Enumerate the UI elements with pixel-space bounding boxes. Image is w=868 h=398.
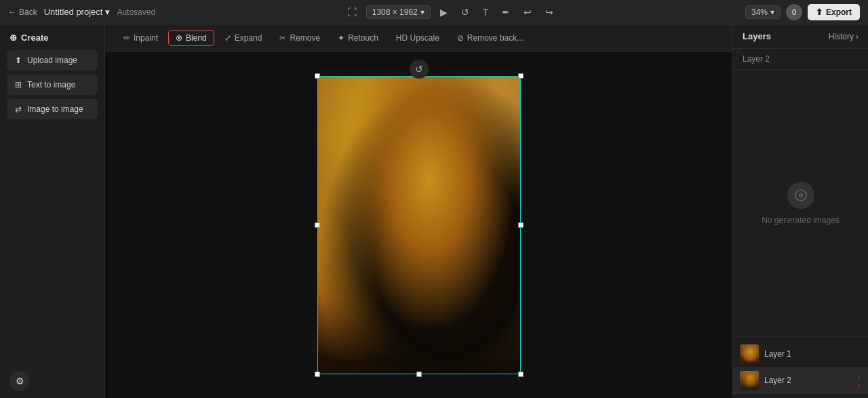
upload-image-button[interactable]: ⬆ Upload image bbox=[7, 50, 98, 71]
expand-button[interactable]: ⤢ Expand bbox=[217, 30, 270, 46]
refresh-icon: ↺ bbox=[415, 64, 423, 75]
back-label: Back bbox=[19, 7, 37, 17]
layer-item-2[interactable]: Layer 2 ↓ ↑ bbox=[733, 367, 868, 394]
image-to-image-label: Image to image bbox=[27, 104, 83, 114]
settings-area: ⚙ bbox=[0, 364, 104, 398]
layers-list: Layer 1 Layer 2 ↓ ↑ bbox=[733, 336, 868, 398]
handle-bottom-middle[interactable] bbox=[416, 372, 422, 377]
zoom-badge[interactable]: 34% ▾ bbox=[745, 5, 781, 19]
handle-middle-left[interactable] bbox=[315, 222, 320, 228]
user-count-badge: 0 bbox=[786, 4, 802, 20]
svg-point-0 bbox=[795, 190, 806, 201]
topbar: ← Back Untitled project ▾ Autosaved ⛶ 13… bbox=[0, 0, 868, 24]
text-to-image-button[interactable]: ⊞ Text to image bbox=[7, 75, 98, 95]
user-count: 0 bbox=[792, 8, 796, 16]
remove-button[interactable]: ✂ Remove bbox=[272, 30, 328, 46]
no-images-text: No generated images bbox=[762, 216, 840, 225]
back-button[interactable]: ← Back bbox=[8, 7, 37, 17]
export-icon: ⬆ bbox=[816, 7, 823, 17]
layer2-thumbnail bbox=[740, 371, 759, 390]
layer1-thumbnail bbox=[740, 344, 759, 363]
chevron-down-icon: ▾ bbox=[105, 7, 110, 17]
expand-label: Expand bbox=[235, 33, 262, 43]
no-images-area: No generated images bbox=[733, 70, 868, 336]
history-link[interactable]: History › bbox=[829, 32, 859, 41]
chevron-down-icon: ▾ bbox=[420, 7, 425, 17]
hd-upscale-label: HD Upscale bbox=[396, 33, 439, 43]
layer2-header-text: Layer 2 bbox=[743, 54, 770, 64]
move-up-icon[interactable]: ↑ bbox=[856, 381, 861, 391]
inpaint-button[interactable]: ✏ Inpaint bbox=[116, 30, 165, 46]
handle-bottom-left[interactable] bbox=[315, 372, 320, 377]
topbar-right: 34% ▾ 0 ⬆ Export bbox=[745, 4, 860, 20]
autosaved-status: Autosaved bbox=[117, 7, 155, 17]
back-arrow-icon: ← bbox=[8, 7, 16, 17]
handle-top-left[interactable] bbox=[315, 73, 320, 79]
text-image-icon: ⊞ bbox=[15, 80, 22, 89]
text-to-image-label: Text to image bbox=[27, 80, 75, 89]
topbar-left: ← Back Untitled project ▾ Autosaved bbox=[8, 7, 155, 17]
history-label: History bbox=[829, 32, 854, 41]
remove-back-button[interactable]: ⊘ Remove back... bbox=[450, 30, 531, 46]
upload-image-label: Upload image bbox=[27, 56, 77, 65]
expand-icon: ⤢ bbox=[224, 33, 231, 43]
hd-upscale-button[interactable]: HD Upscale bbox=[389, 30, 447, 46]
photo-layer bbox=[317, 76, 521, 374]
layers-title: Layers bbox=[743, 31, 771, 41]
chevron-down-icon: ▾ bbox=[770, 7, 774, 17]
handle-top-right[interactable] bbox=[518, 73, 524, 79]
handle-middle-right[interactable] bbox=[518, 222, 524, 228]
blend-button[interactable]: ⊗ Blend bbox=[168, 30, 214, 46]
blend-label: Blend bbox=[186, 33, 207, 43]
remove-label: Remove bbox=[290, 33, 320, 43]
topbar-center: ⛶ 1308 × 1962 ▾ ▶ ↺ T ✒ ↩ ↪ bbox=[343, 4, 558, 20]
remove-back-icon: ⊘ bbox=[457, 33, 464, 43]
blend-icon: ⊗ bbox=[176, 33, 182, 43]
remove-back-label: Remove back... bbox=[467, 33, 524, 43]
project-name[interactable]: Untitled project ▾ bbox=[44, 7, 111, 17]
upload-icon: ⬆ bbox=[15, 56, 22, 65]
retouch-button[interactable]: ✦ Retouch bbox=[330, 30, 386, 46]
layers-header: Layers History › bbox=[733, 24, 868, 49]
tool-toolbar: ✏ Inpaint ⊗ Blend ⤢ Expand ✂ Remove ✦ Re… bbox=[105, 24, 732, 52]
retouch-label: Retouch bbox=[348, 33, 378, 43]
redo-icon[interactable]: ↪ bbox=[541, 4, 557, 20]
layer2-name: Layer 2 bbox=[764, 376, 851, 385]
svg-point-1 bbox=[800, 194, 802, 197]
cursor-icon[interactable]: ▶ bbox=[436, 4, 452, 20]
export-button[interactable]: ⬆ Export bbox=[808, 4, 860, 20]
handle-bottom-right[interactable] bbox=[518, 372, 524, 377]
left-sidebar: ⊕ Create ⬆ Upload image ⊞ Text to image … bbox=[0, 24, 105, 398]
zoom-text: 34% bbox=[751, 7, 768, 17]
image-to-image-button[interactable]: ⇄ Image to image bbox=[7, 99, 98, 119]
settings-button[interactable]: ⚙ bbox=[9, 371, 30, 391]
refresh-icon[interactable]: ↺ bbox=[457, 4, 473, 20]
retouch-icon: ✦ bbox=[338, 33, 344, 43]
move-down-icon[interactable]: ↓ bbox=[856, 370, 861, 380]
inpaint-label: Inpaint bbox=[134, 33, 158, 43]
right-sidebar: Layers History › Layer 2 No generated im… bbox=[732, 24, 868, 398]
layer2-header: Layer 2 bbox=[733, 49, 868, 70]
main-layout: ⊕ Create ⬆ Upload image ⊞ Text to image … bbox=[0, 24, 868, 398]
chevron-right-icon: › bbox=[856, 32, 859, 41]
create-icon: ⊕ bbox=[9, 33, 17, 43]
settings-icon: ⚙ bbox=[16, 376, 24, 386]
pen-icon[interactable]: ✒ bbox=[498, 4, 514, 20]
remove-icon: ✂ bbox=[279, 33, 286, 43]
inpaint-icon: ✏ bbox=[123, 33, 130, 43]
dimensions-text: 1308 × 1962 bbox=[372, 7, 418, 17]
layer1-name: Layer 1 bbox=[764, 349, 861, 359]
canvas-area[interactable]: ↺ bbox=[105, 52, 732, 398]
no-images-icon bbox=[787, 182, 814, 209]
text-icon[interactable]: T bbox=[479, 4, 493, 20]
layer-item-1[interactable]: Layer 1 bbox=[733, 341, 868, 367]
dimension-badge[interactable]: 1308 × 1962 ▾ bbox=[366, 5, 431, 19]
undo-icon[interactable]: ↩ bbox=[519, 4, 536, 20]
layer-order-arrows: ↓ ↑ bbox=[856, 370, 861, 391]
image-image-icon: ⇄ bbox=[15, 104, 22, 114]
canvas-refresh-button[interactable]: ↺ bbox=[410, 60, 429, 79]
canvas-image[interactable] bbox=[317, 76, 521, 374]
resize-icon[interactable]: ⛶ bbox=[343, 4, 361, 20]
create-label: Create bbox=[21, 33, 48, 43]
center-area: ✏ Inpaint ⊗ Blend ⤢ Expand ✂ Remove ✦ Re… bbox=[105, 24, 732, 398]
